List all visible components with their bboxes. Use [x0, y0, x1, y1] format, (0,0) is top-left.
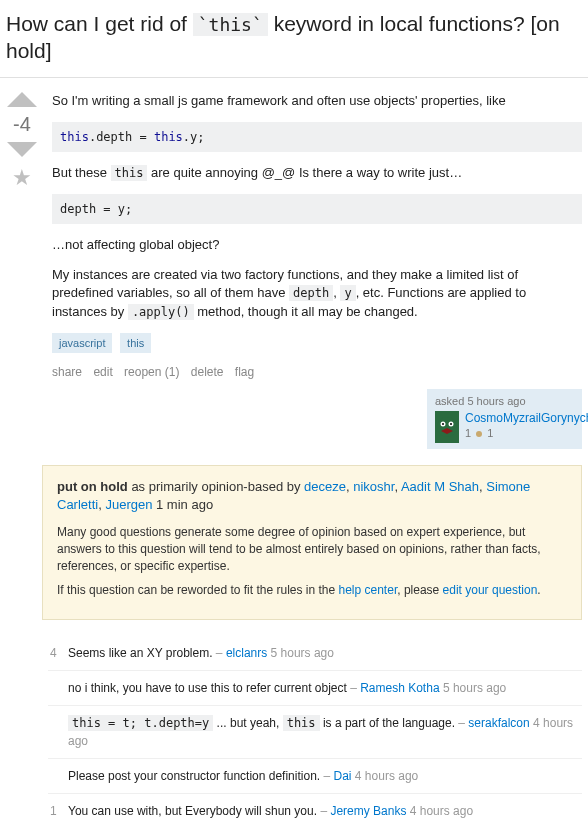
favorite-button[interactable]: ★ [0, 165, 44, 191]
comment-author[interactable]: Jeremy Banks [330, 804, 406, 818]
body-paragraph: …not affecting global object? [52, 236, 582, 254]
reopen-link[interactable]: reopen (1) [124, 365, 179, 379]
flag-link[interactable]: flag [235, 365, 254, 379]
comment: this = t; t.depth=y ... but yeah, this i… [48, 706, 582, 759]
comment: Please post your constructor function de… [48, 759, 582, 794]
closer-link[interactable]: nikoshr [353, 479, 394, 494]
author-rep: 1 1 [465, 427, 588, 439]
question-title: How can I get rid of `this` keyword in l… [0, 0, 588, 78]
comment: 4Seems like an XY problem. – elclanrs 5 … [48, 636, 582, 671]
comment-author[interactable]: Ramesh Kotha [360, 681, 439, 695]
delete-link[interactable]: delete [191, 365, 224, 379]
edit-link[interactable]: edit [93, 365, 112, 379]
post-actions: share edit reopen (1) delete flag [52, 365, 582, 379]
comment-author[interactable]: Dai [334, 769, 352, 783]
notice-text: If this question can be reworded to fit … [57, 582, 567, 599]
user-card: asked 5 hours ago CosmoMyzrailGorynych 1… [427, 389, 582, 449]
hold-notice: put on hold as primarily opinion-based b… [42, 465, 582, 621]
vote-score: -4 [0, 113, 44, 136]
body-paragraph: So I'm writing a small js game framework… [52, 92, 582, 110]
tag[interactable]: javascript [52, 333, 112, 353]
tag-list: javascript this [52, 333, 582, 353]
asked-time: asked 5 hours ago [435, 395, 574, 407]
body-paragraph: But these this are quite annoying @_@ Is… [52, 164, 582, 182]
tag[interactable]: this [120, 333, 151, 353]
svg-point-3 [442, 423, 444, 425]
comment-author[interactable]: elclanrs [226, 646, 267, 660]
notice-text: Many good questions generate some degree… [57, 524, 567, 574]
help-center-link[interactable]: help center [339, 583, 398, 597]
comment: no i think, you have to use this to refe… [48, 671, 582, 706]
code-block: depth = y; [52, 194, 582, 224]
closer-link[interactable]: Juergen [105, 497, 152, 512]
comment-list: 4Seems like an XY problem. – elclanrs 5 … [42, 636, 588, 819]
closer-link[interactable]: Aadit M Shah [401, 479, 479, 494]
edit-question-link[interactable]: edit your question [443, 583, 538, 597]
closer-link[interactable]: deceze [304, 479, 346, 494]
comment-author[interactable]: serakfalcon [468, 716, 529, 730]
share-link[interactable]: share [52, 365, 82, 379]
code-block: this.depth = this.y; [52, 122, 582, 152]
avatar[interactable] [435, 411, 459, 443]
body-paragraph: My instances are created via two factory… [52, 266, 582, 321]
comment: 1You can use with, but Everybody will sh… [48, 794, 582, 819]
author-link[interactable]: CosmoMyzrailGorynych [465, 411, 588, 425]
upvote-button[interactable] [7, 92, 37, 107]
svg-point-4 [450, 423, 452, 425]
downvote-button[interactable] [7, 142, 37, 157]
